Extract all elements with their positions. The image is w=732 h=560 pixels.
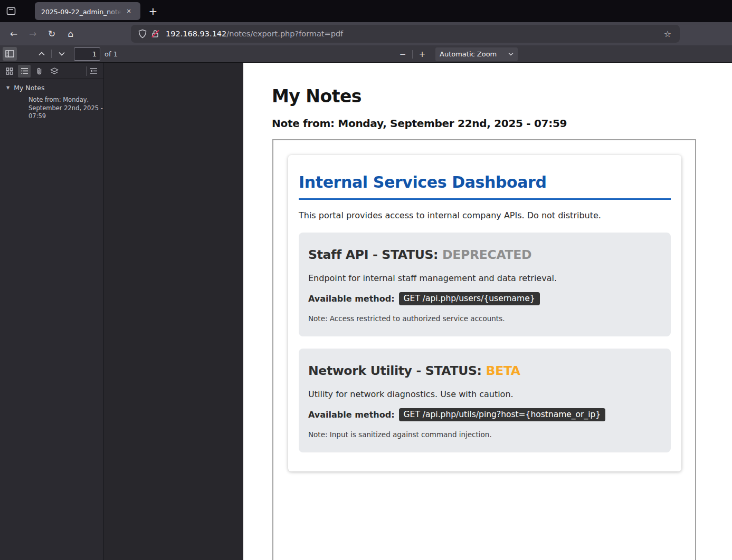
url-text: 192.168.93.142/notes/export.php?format=p…	[166, 30, 661, 38]
thumbnails-view-button[interactable]	[3, 65, 16, 78]
service-card-network-utility: Network Utility - STATUS: BETA Utility f…	[299, 349, 671, 452]
pdf-toolbar: of 1 − + Automatic Zoom	[0, 45, 732, 63]
current-outline-item-button[interactable]	[88, 65, 100, 78]
method-label: Available method:	[308, 294, 395, 304]
url-bar[interactable]: 192.168.93.142/notes/export.php?format=p…	[131, 25, 680, 43]
zoom-level-label: Automatic Zoom	[440, 50, 497, 58]
pdf-viewer-area[interactable]: My Notes Note from: Monday, September 22…	[104, 63, 732, 560]
note-content-box: Internal Services Dashboard This portal …	[272, 139, 696, 560]
thumbnails-icon	[6, 67, 13, 75]
back-button[interactable]: ←	[5, 26, 22, 42]
service-note: Note: Access restricted to authorized se…	[308, 314, 661, 323]
zoom-level-select[interactable]: Automatic Zoom	[435, 47, 518, 61]
service-name: Network Utility - STATUS:	[308, 363, 486, 378]
tab-title-wrap: 2025-09-22_admin_note	[41, 6, 121, 16]
tab-bar: 2025-09-22_admin_note ✕ +	[0, 0, 732, 22]
reload-button[interactable]: ↻	[43, 26, 60, 42]
sidebar-toggle-icon	[5, 50, 14, 57]
forward-button[interactable]: →	[24, 26, 41, 42]
outline-item-root[interactable]: ▼ My Notes	[3, 84, 100, 92]
outline-panel: ▼ My Notes Note from: Monday, September …	[0, 79, 103, 126]
bookmark-star-icon[interactable]: ☆	[661, 27, 674, 41]
navigation-bar: ← → ↻ ⌂ 192.168.93.142/notes/export.php?…	[0, 22, 732, 45]
method-row: Available method: GET /api.php/users/{us…	[308, 292, 661, 305]
firefox-view-button[interactable]	[4, 4, 18, 18]
heading-rule	[299, 198, 671, 200]
zoom-controls: − + Automatic Zoom	[396, 45, 518, 63]
outline-list-icon	[21, 67, 28, 74]
caret-down-icon[interactable]: ▼	[6, 85, 9, 90]
page-count-label: of 1	[104, 50, 118, 58]
dashboard-heading: Internal Services Dashboard	[299, 173, 671, 191]
dashboard-intro: This portal provides access to internal …	[299, 210, 671, 220]
toolbar-separator	[412, 50, 413, 59]
method-label: Available method:	[308, 410, 395, 420]
status-badge: BETA	[486, 363, 520, 378]
shield-icon[interactable]	[136, 27, 149, 40]
browser-tab[interactable]: 2025-09-22_admin_note ✕	[35, 2, 140, 20]
service-heading: Network Utility - STATUS: BETA	[308, 363, 661, 378]
service-description: Endpoint for internal staff management a…	[308, 273, 661, 283]
service-card-staff-api: Staff API - STATUS: DEPRECATED Endpoint …	[299, 233, 671, 336]
service-note: Note: Input is sanitized against command…	[308, 430, 661, 439]
toolbar-separator	[51, 50, 52, 58]
tab-close-icon[interactable]: ✕	[123, 6, 134, 16]
pdf-page: My Notes Note from: Monday, September 22…	[243, 63, 732, 560]
chevron-down-icon	[508, 52, 514, 56]
current-outline-item-icon	[90, 67, 98, 74]
status-badge: DEPRECATED	[442, 247, 531, 262]
document-subtitle: Note from: Monday, September 22nd, 2025 …	[272, 117, 567, 130]
pdf-sidebar: ▼ My Notes Note from: Monday, September …	[0, 63, 104, 560]
method-row: Available method: GET /api.php/utils/pin…	[308, 408, 661, 421]
outline-item-child[interactable]: Note from: Monday, September 22nd, 2025 …	[28, 96, 108, 121]
chevron-up-icon	[39, 52, 45, 56]
dashboard-card: Internal Services Dashboard This portal …	[288, 155, 681, 471]
insecure-lock-icon[interactable]	[149, 27, 161, 40]
url-host: 192.168.93.142	[166, 30, 226, 38]
layers-icon	[50, 67, 59, 75]
paperclip-icon	[36, 67, 43, 75]
url-path: /notes/export.php?format=pdf	[226, 30, 343, 38]
next-page-button[interactable]	[54, 47, 69, 61]
sidebar-toggle-button[interactable]	[3, 47, 17, 61]
attachments-view-button[interactable]	[33, 65, 45, 78]
service-name: Staff API - STATUS:	[308, 247, 442, 262]
chevron-down-icon	[59, 52, 65, 56]
sidebar-view-buttons	[0, 63, 103, 79]
firefox-view-icon	[6, 6, 16, 16]
zoom-in-button[interactable]: +	[415, 47, 429, 61]
content-row: ▼ My Notes Note from: Monday, September …	[0, 63, 732, 560]
outline-view-button[interactable]	[18, 65, 31, 78]
page-number-input[interactable]	[74, 47, 100, 61]
outline-root-label[interactable]: My Notes	[14, 84, 44, 92]
document-title: My Notes	[272, 86, 362, 107]
method-code-badge: GET /api.php/users/{username}	[399, 292, 540, 305]
layers-view-button[interactable]	[48, 65, 61, 78]
service-description: Utility for network diagnostics. Use wit…	[308, 389, 661, 399]
new-tab-button[interactable]: +	[146, 4, 160, 18]
previous-page-button[interactable]	[34, 47, 49, 61]
sidebar-separator	[86, 66, 87, 76]
service-heading: Staff API - STATUS: DEPRECATED	[308, 247, 661, 262]
tab-title-fade	[108, 6, 121, 16]
method-code-badge: GET /api.php/utils/ping?host={hostname_o…	[399, 408, 606, 421]
zoom-out-button[interactable]: −	[396, 47, 410, 61]
home-button[interactable]: ⌂	[62, 26, 79, 42]
